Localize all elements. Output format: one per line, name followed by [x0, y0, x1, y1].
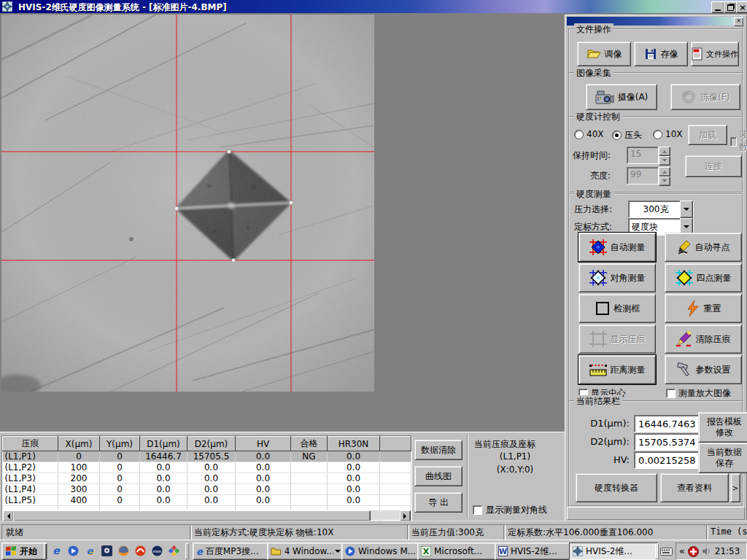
- distance-measure-button[interactable]: 距离测量: [578, 355, 656, 384]
- column-header[interactable]: Y(μm): [100, 437, 140, 451]
- radio-10x[interactable]: 10X: [653, 129, 683, 139]
- tray-expand-icon[interactable]: «: [679, 546, 685, 556]
- brightness-value[interactable]: 99: [627, 167, 659, 184]
- scroll-left-icon[interactable]: [3, 510, 14, 521]
- report-template-button[interactable]: 报告模板修改: [698, 412, 747, 443]
- table-row[interactable]: (L1,P5)40000.00.00.00.0: [3, 495, 411, 506]
- curve-chart-button[interactable]: 曲线图: [414, 466, 462, 486]
- diagonal-measure-icon: [589, 270, 607, 286]
- radio-indenter[interactable]: 压头: [612, 129, 642, 141]
- four-point-measure-button[interactable]: 四点测量: [665, 263, 742, 292]
- media-player-icon[interactable]: [66, 544, 80, 557]
- parameter-settings-button[interactable]: 参数设置: [665, 355, 742, 384]
- show-diagonal-box[interactable]: [473, 505, 482, 515]
- brightness-spinner[interactable]: 99: [627, 167, 670, 186]
- table-row[interactable]: (L1,P3)20000.00.00.00.0: [3, 473, 411, 484]
- results-table[interactable]: 压痕X(μm)Y(μm)D1(μm)D2(μm)HV合格HR30N (L1,P1…: [1, 435, 412, 521]
- task-windows-group[interactable]: 4 Window...: [267, 542, 344, 560]
- radio-10x-circle[interactable]: [653, 130, 662, 139]
- task-word-hvis[interactable]: W HVIS-2维...: [495, 542, 573, 560]
- column-header[interactable]: HR30N: [328, 437, 380, 451]
- table-row[interactable]: (L1,P1)0016446.715705.50.0NG0.0: [3, 451, 411, 462]
- diagonal-measure-button[interactable]: 对角测量: [578, 263, 656, 292]
- hold-up-icon[interactable]: [659, 147, 670, 156]
- document-icon: [692, 47, 703, 61]
- show-diagonal-checkbox[interactable]: 显示测量对角线: [473, 504, 547, 516]
- clear-indentation-button[interactable]: 清除压痕: [665, 324, 742, 354]
- table-hscrollbar[interactable]: [3, 510, 411, 520]
- restore-button[interactable]: [724, 1, 737, 13]
- table-row[interactable]: (L1,P4)30000.00.00.00.0: [3, 484, 411, 495]
- auto-measure-button[interactable]: 自动测量: [578, 233, 656, 262]
- group-title: 当前结果栏: [574, 395, 622, 408]
- clear-data-button[interactable]: 数据清除: [414, 440, 462, 460]
- hold-time-spinner[interactable]: 15: [627, 147, 670, 166]
- export-button[interactable]: 导 出: [414, 492, 462, 513]
- save-image-button[interactable]: 存像: [634, 42, 688, 66]
- radio-40x-circle[interactable]: [574, 130, 584, 139]
- load-button[interactable]: 加载: [688, 125, 727, 145]
- read-checkbox-box[interactable]: [730, 137, 737, 147]
- table-cell: 0.0: [328, 451, 380, 462]
- keyboard-icon[interactable]: [659, 545, 673, 558]
- more-results-button[interactable]: >: [730, 473, 740, 502]
- browser-icon[interactable]: e: [83, 544, 96, 557]
- radio-indenter-circle[interactable]: [612, 131, 622, 140]
- group-title: 硬度测量: [574, 188, 614, 201]
- volume-icon[interactable]: [701, 546, 711, 556]
- auto-find-button[interactable]: 自动寻点: [665, 233, 742, 262]
- column-header[interactable]: HV: [236, 437, 291, 451]
- panel-close-icon[interactable]: ×: [734, 18, 743, 26]
- radio-40x[interactable]: 40X: [574, 129, 604, 139]
- start-button[interactable]: 开始: [1, 542, 47, 560]
- read-checkbox[interactable]: 读数: [730, 129, 747, 154]
- freeze-button[interactable]: 冻像(F): [670, 84, 740, 110]
- minimize-button[interactable]: [711, 1, 724, 13]
- view-data-button[interactable]: 查看资料: [660, 473, 729, 502]
- task-hvis-app[interactable]: HVIS-2维...: [569, 542, 658, 560]
- antivirus-shield-icon[interactable]: [688, 546, 699, 557]
- detect-frame-button[interactable]: 检测框: [578, 294, 656, 323]
- scroll-right-icon[interactable]: [400, 510, 411, 521]
- auto-measure-icon: [589, 239, 607, 255]
- table-row[interactable]: (L1,P2)10000.00.00.00.0: [3, 462, 411, 473]
- column-header[interactable]: 压痕: [3, 437, 58, 451]
- svg-text:X: X: [423, 547, 430, 556]
- messenger-icon[interactable]: [167, 544, 180, 557]
- task-microsoft-excel[interactable]: X Microsoft...: [417, 542, 499, 560]
- ie-icon[interactable]: e: [50, 544, 63, 557]
- column-header[interactable]: 合格: [291, 437, 328, 451]
- brightness-up-icon[interactable]: [659, 167, 670, 176]
- connect-button[interactable]: 连接: [685, 155, 742, 177]
- eye-app-icon[interactable]: [100, 544, 113, 557]
- measure-zoom-checkbox[interactable]: 测量放大图像: [666, 387, 731, 400]
- excel-icon: X: [421, 546, 431, 556]
- msn-icon[interactable]: msn: [150, 544, 163, 557]
- open-image-button[interactable]: 调像: [577, 42, 631, 66]
- column-header[interactable]: D2(μm): [187, 437, 236, 451]
- specimen-image[interactable]: [1, 15, 374, 392]
- table-header-row[interactable]: 压痕X(μm)Y(μm)D1(μm)D2(μm)HV合格HR30N: [3, 437, 411, 451]
- force-dropdown-icon[interactable]: [680, 201, 693, 218]
- table-cell: 0.0: [236, 473, 291, 484]
- save-data-button[interactable]: 当前数据保存: [698, 443, 747, 473]
- measure-zoom-box[interactable]: [666, 389, 676, 398]
- force-select[interactable]: 300克: [628, 201, 694, 218]
- swirl-icon[interactable]: [133, 544, 147, 557]
- task-baidu-mp3[interactable]: e 百度MP3搜...: [193, 542, 270, 560]
- globe-icon[interactable]: [117, 544, 130, 557]
- column-header[interactable]: X(μm): [58, 437, 100, 451]
- task-windows-media[interactable]: Windows M...: [341, 542, 422, 560]
- column-header[interactable]: D1(μm): [140, 437, 187, 451]
- brightness-down-icon[interactable]: [659, 176, 670, 186]
- hold-down-icon[interactable]: [659, 156, 670, 166]
- scroll-thumb[interactable]: [13, 510, 371, 521]
- table-cell: 0.0: [140, 495, 187, 506]
- reset-button[interactable]: 重置: [665, 294, 742, 323]
- capture-button[interactable]: 摄像(A): [586, 84, 657, 110]
- hardness-converter-button[interactable]: 硬度转换器: [576, 473, 657, 502]
- file-operations-button[interactable]: 文件操作: [691, 42, 739, 66]
- close-button[interactable]: ×: [736, 1, 747, 13]
- hold-time-value[interactable]: 15: [627, 147, 659, 164]
- show-indentation-button[interactable]: 显示压痕: [578, 324, 656, 354]
